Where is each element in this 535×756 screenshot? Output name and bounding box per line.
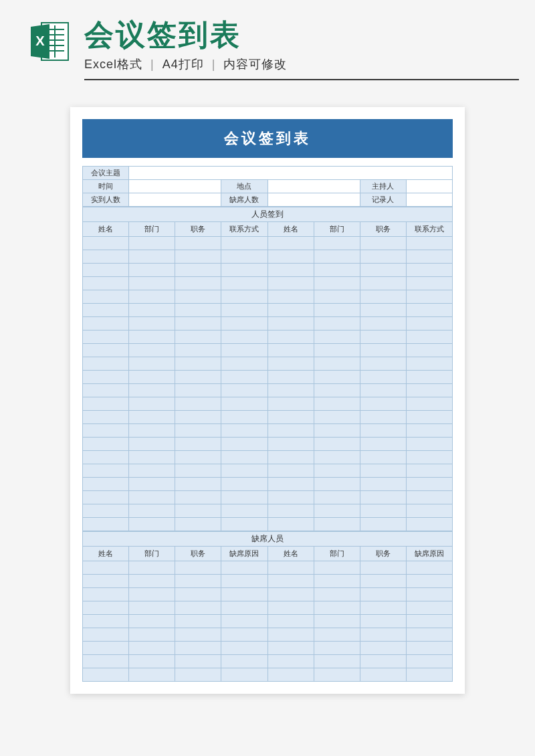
absence-cell (360, 601, 406, 615)
attendance-cell (175, 304, 221, 317)
attendance-cell (83, 264, 129, 277)
attendance-cell (221, 384, 268, 397)
attendance-cell (360, 411, 406, 424)
attendance-col-3: 联系方式 (221, 222, 268, 237)
absence-cell (129, 601, 175, 615)
absence-cell (314, 628, 360, 642)
attendance-cell (360, 478, 406, 491)
attendance-cell (314, 304, 360, 317)
attendance-cell (268, 371, 314, 384)
attendance-cell (221, 344, 268, 357)
absence-cell (175, 628, 221, 642)
attendance-cell (314, 290, 360, 304)
attendance-cell (268, 424, 314, 438)
attendance-cell (314, 250, 360, 264)
attendance-cell (314, 264, 360, 277)
absence-cell (268, 628, 314, 642)
attendance-cell (314, 504, 360, 518)
sub-format: Excel格式 (84, 58, 142, 71)
attendance-cell (221, 357, 268, 371)
attendance-cell (406, 237, 452, 250)
attendance-cell (406, 491, 452, 504)
attendance-cell (129, 478, 175, 491)
absence-cell (406, 588, 452, 601)
absence-cell (406, 628, 452, 642)
attendance-cell (83, 424, 129, 438)
attendance-cell (129, 250, 175, 264)
attendance-cell (314, 478, 360, 491)
attendance-row (83, 357, 453, 371)
absence-cell (360, 668, 406, 682)
attendance-table: 人员签到 姓名部门职务联系方式姓名部门职务联系方式 (82, 207, 453, 531)
attendance-cell (406, 250, 452, 264)
attendance-row (83, 504, 453, 518)
attendance-cell (406, 277, 452, 290)
attendance-row (83, 290, 453, 304)
label-time: 时间 (83, 180, 129, 193)
absence-cell (175, 561, 221, 575)
attendance-row (83, 397, 453, 411)
attendance-cell (360, 397, 406, 411)
absence-cell (129, 588, 175, 601)
attendance-cell (406, 344, 452, 357)
attendance-cell (406, 290, 452, 304)
absence-cell (360, 575, 406, 588)
attendance-cell (129, 384, 175, 397)
attendance-cell (175, 504, 221, 518)
absence-cell (221, 655, 268, 668)
attendance-cell (268, 237, 314, 250)
attendance-cell (221, 371, 268, 384)
absence-cell (221, 561, 268, 575)
absence-cell (406, 642, 452, 655)
attendance-cell (360, 357, 406, 371)
attendance-cell (268, 357, 314, 371)
attendance-section-header: 人员签到 (83, 207, 453, 222)
absence-cell (268, 655, 314, 668)
absence-col-4: 姓名 (268, 547, 314, 561)
row-topic: 会议主题 (83, 167, 453, 180)
attendance-col-2: 职务 (175, 222, 221, 237)
attendance-cell (175, 371, 221, 384)
attendance-row (83, 264, 453, 277)
attendance-cell (175, 250, 221, 264)
absence-row (83, 628, 453, 642)
sub-title: Excel格式 | A4打印 | 内容可修改 (84, 56, 535, 72)
attendance-cell (221, 451, 268, 464)
attendance-cell (268, 451, 314, 464)
attendance-cell (360, 330, 406, 344)
attendance-cell (314, 438, 360, 451)
attendance-cell (268, 518, 314, 531)
svg-text:X: X (35, 33, 45, 48)
attendance-cell (83, 250, 129, 264)
attendance-cell (406, 317, 452, 330)
absence-cell (83, 601, 129, 615)
attendance-cell (268, 290, 314, 304)
attendance-row (83, 304, 453, 317)
attendance-cell (406, 451, 452, 464)
absence-cell (360, 588, 406, 601)
absence-cell (360, 655, 406, 668)
excel-icon: X (27, 19, 72, 64)
attendance-cell (314, 277, 360, 290)
attendance-cell (268, 304, 314, 317)
gap (82, 158, 453, 166)
attendance-cell (83, 304, 129, 317)
attendance-cell (406, 411, 452, 424)
attendance-cell (129, 290, 175, 304)
label-actual: 实到人数 (83, 193, 129, 207)
absence-cell (360, 561, 406, 575)
absence-section-header: 缺席人员 (83, 532, 453, 547)
attendance-cell (221, 317, 268, 330)
value-recorder (406, 193, 452, 207)
attendance-cell (83, 411, 129, 424)
attendance-cell (83, 464, 129, 478)
attendance-row (83, 464, 453, 478)
attendance-cell (221, 264, 268, 277)
attendance-cell (175, 438, 221, 451)
attendance-cell (83, 277, 129, 290)
attendance-cell (129, 330, 175, 344)
attendance-col-headers: 姓名部门职务联系方式姓名部门职务联系方式 (83, 222, 453, 237)
attendance-cell (129, 397, 175, 411)
absence-cell (175, 575, 221, 588)
attendance-cell (314, 317, 360, 330)
